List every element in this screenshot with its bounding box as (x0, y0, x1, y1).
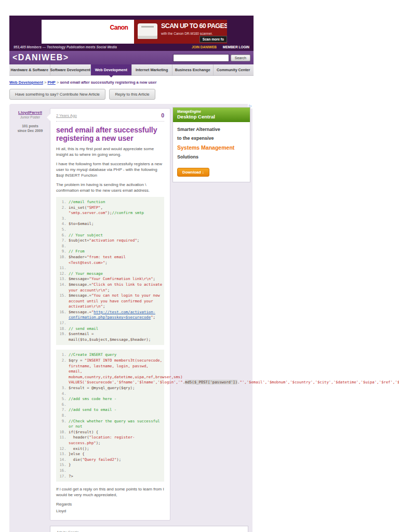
canon-logo: Canon (110, 24, 128, 31)
join-daniweb-link[interactable]: JOIN DANIWEB (192, 45, 217, 49)
download-button[interactable]: Download ↓ (177, 168, 209, 177)
code-line: if($result) { (69, 430, 163, 435)
code-token: header( (69, 435, 89, 440)
code-line: //add sms code here - (69, 396, 163, 402)
code-token: $message.= (69, 282, 91, 287)
code-token: ; (103, 304, 105, 309)
code-line (69, 402, 163, 408)
code-token: //add sms code here - (69, 396, 116, 401)
banner-right-panel: SCAN UP TO 60 PAGES/MINUTE with the Cano… (134, 20, 227, 44)
code-token: ; (137, 238, 139, 243)
code-token: exit(); (69, 446, 89, 451)
nav-tab-software-development[interactable]: Software Development (50, 64, 91, 75)
google-ad-box: Ads by Google $2 Domain Names Best Value… (50, 526, 248, 532)
nav-tab-hardware-software[interactable]: Hardware & Software (9, 64, 50, 75)
breadcrumb-php-link[interactable]: PHP (47, 80, 55, 85)
member-login-link[interactable]: MEMBER LOGIN (223, 45, 249, 49)
desktop-central-product: Desktop Central (177, 114, 246, 119)
canon-logo-box: Canon (104, 20, 134, 44)
post-paragraph: Hi all, this is my first post and would … (56, 146, 164, 157)
code-token: if($result) { (69, 430, 98, 434)
code-token: $message.= (69, 293, 91, 298)
code-token: ); (116, 457, 121, 462)
code-line: // Your subject (69, 233, 163, 238)
code-token: "Query failed2" (82, 457, 116, 462)
code-line: // From (69, 249, 163, 255)
breadcrumb-web-development-link[interactable]: Web Development (9, 80, 43, 85)
code-line (69, 391, 163, 397)
canon-ad-banner[interactable]: Canon SCAN UP TO 60 PAGES/MINUTE with th… (42, 20, 227, 44)
code-token: "Your Comfirmation link\r\n" (89, 276, 153, 281)
code-line: $qry = "INSERT INTO members3t(securecode… (69, 358, 163, 385)
breadcrumb-separator: > (57, 80, 59, 85)
post-signature: Lloyd (56, 508, 164, 514)
manageengine-ad-header: ManageEngine Desktop Central (173, 108, 250, 122)
code-line: // Your message (69, 271, 163, 277)
nav-tab-community-center[interactable]: Community Center (214, 64, 254, 75)
code-token: $message.= (69, 310, 91, 314)
code-token: $subject= (69, 238, 89, 243)
code-token: ; (108, 288, 110, 292)
breadcrumb: Web Development > PHP > send email after… (9, 76, 254, 87)
code-token: }else { (69, 451, 85, 456)
author-rank: Junior Poster (12, 115, 48, 119)
code-line: //email function (69, 200, 163, 205)
banner-left-panel (42, 20, 104, 44)
nav-tab-business-exchange[interactable]: Business Exchange (172, 64, 214, 75)
code-line: $message="Your Comfirmation link\r\n"; (69, 276, 163, 282)
code-token: $qry = (69, 358, 85, 363)
code-line (69, 468, 163, 474)
code-token: "INSERT INTO members3t(securecode, first… (69, 358, 185, 384)
code-token: // Your subject (69, 233, 103, 237)
daniweb-logo[interactable]: <DANIWEB> (12, 53, 69, 62)
code-line (69, 227, 163, 233)
code-line: $sentmail = mail($to,$subject,$message,$… (69, 331, 163, 342)
search-input[interactable] (173, 54, 229, 62)
dotted-divider (56, 121, 164, 122)
code-token: "activation required" (89, 238, 137, 243)
code-line: exit(); (69, 446, 163, 452)
code-token: "SMTP" (87, 205, 100, 210)
code-line (69, 216, 163, 222)
code-token: ; (153, 315, 155, 320)
contribute-article-button[interactable]: Have something to say? Contribute New Ar… (9, 89, 105, 100)
code-token: "','$email','$mobnum','$country','$city'… (240, 380, 399, 384)
nav-tab-internet-marketing[interactable]: Internet Marketing (132, 64, 173, 75)
banner-subline: with the Canon DR-M160 scanner. (161, 32, 212, 35)
code-token: // send email (69, 326, 98, 331)
code-line: ini_set("SMTP", "smtp.server.com");//con… (69, 205, 163, 216)
thread-area: ▷ ManageEngine Desktop Central Smarter A… (9, 104, 252, 532)
code-token: //Create INSERT query (69, 352, 116, 357)
code-line: //Create INSERT query (69, 352, 163, 358)
reply-to-article-button[interactable]: Reply to this Article (109, 89, 155, 100)
search-button[interactable]: Search (231, 55, 250, 61)
site-column: Canon SCAN UP TO 60 PAGES/MINUTE with th… (9, 16, 254, 532)
code-token: } (69, 462, 71, 467)
code-line (69, 413, 163, 419)
code-token: ; (153, 276, 155, 281)
post-1-author-column: LloydFarrell Junior Poster 101 posts sin… (12, 108, 48, 133)
code-token: // Your message (69, 271, 103, 276)
code-token: // From (69, 249, 85, 254)
code-line (69, 265, 163, 271)
code-line: $to=$email; (69, 221, 163, 227)
code-line (69, 321, 163, 326)
code-block-insert-query: //Create INSERT query$qry = "INSERT INTO… (56, 350, 164, 482)
page: Canon SCAN UP TO 60 PAGES/MINUTE with th… (0, 0, 399, 532)
manageengine-brand: ManageEngine (177, 110, 246, 113)
code-token: die( (69, 457, 82, 462)
code-line: $result = @mysql_query($qry); (69, 385, 163, 391)
post-timestamp-link[interactable]: 2 Years Ago (56, 113, 77, 118)
code-token: ?> (69, 474, 73, 478)
code-token: $header= (69, 255, 87, 259)
ad-text-line: Smarter Alternative (177, 127, 246, 132)
nav-tab-web-development[interactable]: Web Development (91, 64, 132, 75)
code-token: $sentmail = mail($to,$subject,$message,$… (69, 331, 151, 342)
code-line: }else { (69, 451, 163, 457)
ad-text-line: Systems Management (177, 144, 246, 151)
manageengine-ad[interactable]: ManageEngine Desktop Central Smarter Alt… (172, 107, 250, 182)
author-link[interactable]: LloydFarrell (12, 110, 48, 115)
members-tagline: 953,485 Members — Technology Publication… (14, 45, 117, 49)
banner-scan-more-button[interactable]: Scan more fo (200, 36, 227, 43)
code-token: $to=$email; (69, 221, 94, 226)
